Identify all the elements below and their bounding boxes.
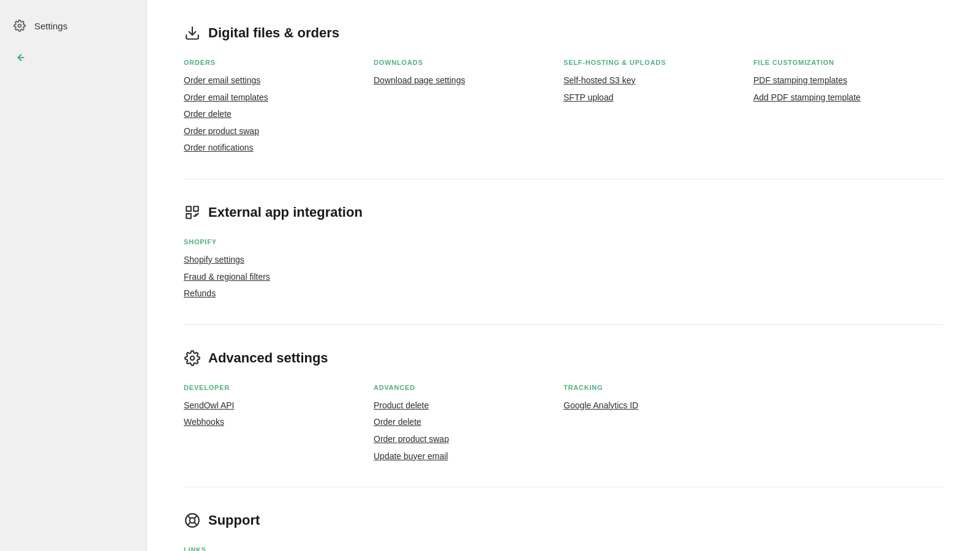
link-adv-order-product-swap[interactable]: Order product swap bbox=[374, 433, 564, 446]
orders-column: ORDERS Order email settings Order email … bbox=[184, 59, 374, 154]
link-sendowl-api[interactable]: SendOwl API bbox=[184, 400, 374, 412]
gear-icon bbox=[12, 18, 27, 33]
external-app-heading: External app integration bbox=[208, 204, 363, 220]
link-fraud-regional-filters[interactable]: Fraud & regional filters bbox=[184, 271, 374, 283]
orders-header: ORDERS bbox=[184, 59, 374, 66]
empty-col-3 bbox=[753, 238, 943, 300]
section-advanced-settings: Advanced settings DEVELOPER SendOwl API … bbox=[184, 325, 943, 487]
section-external-app-title: External app integration bbox=[184, 204, 943, 221]
section-digital-files-title: Digital files & orders bbox=[184, 24, 943, 42]
empty-col-7 bbox=[753, 546, 943, 551]
digital-files-columns: ORDERS Order email settings Order email … bbox=[184, 59, 943, 154]
downloads-links: Download page settings bbox=[374, 75, 564, 87]
advanced-settings-columns: DEVELOPER SendOwl API Webhooks ADVANCED … bbox=[184, 384, 943, 462]
link-order-notifications[interactable]: Order notifications bbox=[184, 142, 374, 154]
empty-col-4 bbox=[753, 384, 943, 462]
tracking-header: TRACKING bbox=[564, 384, 753, 391]
link-order-email-settings[interactable]: Order email settings bbox=[184, 75, 374, 87]
link-download-page-settings[interactable]: Download page settings bbox=[374, 75, 564, 87]
support-icon bbox=[184, 512, 201, 529]
link-self-hosted-s3[interactable]: Self-hosted S3 key bbox=[564, 75, 753, 87]
svg-point-6 bbox=[190, 356, 195, 361]
arrow-left-icon bbox=[12, 50, 27, 65]
svg-point-0 bbox=[18, 24, 21, 28]
file-customization-header: FILE CUSTOMIZATION bbox=[753, 59, 943, 66]
shopify-header: SHOPIFY bbox=[184, 238, 374, 246]
orders-links: Order email settings Order email templat… bbox=[184, 75, 374, 154]
sidebar-settings-label: Settings bbox=[34, 21, 67, 31]
section-advanced-title: Advanced settings bbox=[184, 350, 943, 367]
link-refunds[interactable]: Refunds bbox=[184, 288, 374, 300]
support-links-column: LINKS Help site API docs Contact bbox=[184, 546, 374, 551]
link-order-email-templates[interactable]: Order email templates bbox=[184, 92, 374, 104]
digital-files-heading: Digital files & orders bbox=[208, 25, 339, 41]
advanced-column: ADVANCED Product delete Order delete Ord… bbox=[374, 384, 564, 462]
shopify-links: Shopify settings Fraud & regional filter… bbox=[184, 254, 374, 300]
svg-line-11 bbox=[194, 515, 197, 519]
section-digital-files: Digital files & orders ORDERS Order emai… bbox=[184, 0, 943, 179]
svg-rect-3 bbox=[186, 206, 191, 211]
main-content: Digital files & orders ORDERS Order emai… bbox=[147, 0, 980, 551]
integration-icon bbox=[184, 204, 201, 221]
sidebar: Settings bbox=[0, 0, 147, 551]
gear-advanced-icon bbox=[184, 350, 201, 367]
empty-col-6 bbox=[564, 546, 753, 551]
section-external-app: External app integration SHOPIFY Shopify… bbox=[184, 179, 943, 325]
section-support: Support LINKS Help site API docs Contact bbox=[184, 487, 943, 551]
advanced-links: Product delete Order delete Order produc… bbox=[374, 400, 564, 462]
link-order-product-swap[interactable]: Order product swap bbox=[184, 126, 374, 138]
link-google-analytics-id[interactable]: Google Analytics ID bbox=[564, 400, 753, 412]
self-hosting-links: Self-hosted S3 key SFTP upload bbox=[564, 75, 753, 103]
svg-rect-5 bbox=[186, 214, 191, 219]
shopify-column: SHOPIFY Shopify settings Fraud & regiona… bbox=[184, 238, 374, 300]
link-order-delete[interactable]: Order delete bbox=[184, 108, 374, 121]
sidebar-item-back[interactable] bbox=[0, 44, 146, 71]
file-customization-column: FILE CUSTOMIZATION PDF stamping template… bbox=[753, 59, 943, 154]
advanced-settings-heading: Advanced settings bbox=[208, 350, 328, 366]
tracking-links: Google Analytics ID bbox=[564, 400, 753, 412]
downloads-header: DOWNLOADS bbox=[374, 59, 564, 66]
link-sftp-upload[interactable]: SFTP upload bbox=[564, 92, 753, 104]
svg-line-10 bbox=[194, 522, 197, 525]
svg-line-12 bbox=[187, 522, 190, 525]
developer-header: DEVELOPER bbox=[184, 384, 374, 391]
downloads-column: DOWNLOADS Download page settings bbox=[374, 59, 564, 154]
link-update-buyer-email[interactable]: Update buyer email bbox=[374, 451, 564, 463]
self-hosting-column: SELF-HOSTING & UPLOADS Self-hosted S3 ke… bbox=[564, 59, 753, 154]
advanced-header: ADVANCED bbox=[374, 384, 564, 391]
link-add-pdf-stamping-template[interactable]: Add PDF stamping template bbox=[753, 92, 943, 104]
empty-col-1 bbox=[374, 238, 564, 300]
tracking-column: TRACKING Google Analytics ID bbox=[564, 384, 753, 462]
section-support-title: Support bbox=[184, 512, 943, 529]
self-hosting-header: SELF-HOSTING & UPLOADS bbox=[564, 59, 753, 66]
support-heading: Support bbox=[208, 512, 260, 528]
sidebar-item-settings[interactable]: Settings bbox=[0, 12, 146, 39]
support-columns: LINKS Help site API docs Contact bbox=[184, 546, 943, 551]
external-app-columns: SHOPIFY Shopify settings Fraud & regiona… bbox=[184, 238, 943, 300]
developer-links: SendOwl API Webhooks bbox=[184, 400, 374, 429]
link-pdf-stamping-templates[interactable]: PDF stamping templates bbox=[753, 75, 943, 87]
link-shopify-settings[interactable]: Shopify settings bbox=[184, 254, 374, 266]
svg-line-9 bbox=[187, 515, 190, 519]
empty-col-2 bbox=[564, 238, 753, 300]
link-webhooks[interactable]: Webhooks bbox=[184, 416, 374, 429]
file-customization-links: PDF stamping templates Add PDF stamping … bbox=[753, 75, 943, 103]
empty-col-5 bbox=[374, 546, 564, 551]
developer-column: DEVELOPER SendOwl API Webhooks bbox=[184, 384, 374, 462]
link-adv-order-delete[interactable]: Order delete bbox=[374, 416, 564, 429]
svg-rect-4 bbox=[194, 206, 198, 211]
support-links-header: LINKS bbox=[184, 546, 374, 551]
link-product-delete[interactable]: Product delete bbox=[374, 400, 564, 412]
download-icon bbox=[184, 24, 201, 42]
